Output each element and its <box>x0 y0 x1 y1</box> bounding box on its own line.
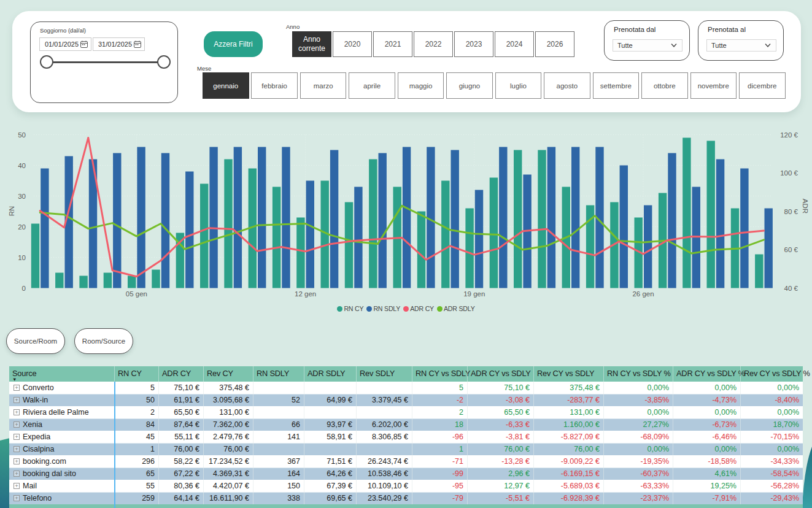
svg-text:50: 50 <box>18 131 26 139</box>
svg-text:20: 20 <box>18 223 26 231</box>
svg-text:12 gen: 12 gen <box>295 290 316 298</box>
svg-text:0: 0 <box>22 285 26 292</box>
svg-text:120 €: 120 € <box>780 131 798 139</box>
svg-text:40: 40 <box>18 162 26 169</box>
svg-text:30: 30 <box>18 193 26 200</box>
svg-text:10: 10 <box>18 254 26 261</box>
svg-text:40 €: 40 € <box>784 285 798 292</box>
svg-text:19 gen: 19 gen <box>463 290 485 298</box>
svg-text:60 €: 60 € <box>784 246 798 253</box>
svg-text:RN: RN <box>8 206 15 217</box>
svg-text:05 gen: 05 gen <box>126 290 147 298</box>
svg-text:26 gen: 26 gen <box>632 290 654 298</box>
svg-text:ADR: ADR <box>802 199 809 214</box>
svg-text:80 €: 80 € <box>784 208 798 215</box>
svg-text:100 €: 100 € <box>780 169 798 177</box>
